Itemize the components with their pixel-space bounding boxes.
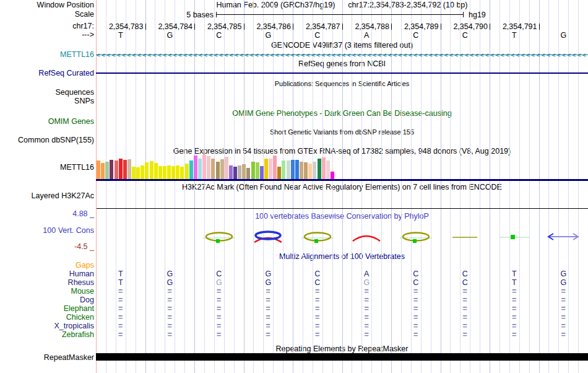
alignment-base-cell[interactable]: = [145,314,195,322]
ruler-coordinate[interactable]: 2,354,789 [392,22,439,31]
gtex-expression-bar[interactable] [304,162,308,179]
gtex-expression-bar[interactable] [189,160,193,179]
alignment-base-cell[interactable]: = [96,314,145,322]
alignment-base-cell[interactable]: = [441,296,490,304]
strand-direction-arrow[interactable]: ---> [0,31,94,39]
alignment-base-cell[interactable]: G [244,279,293,287]
alignment-base-cell[interactable]: = [293,296,342,304]
gtex-expression-bar[interactable] [150,161,153,179]
alignment-base-cell[interactable]: G [539,270,588,278]
alignment-base-cell[interactable]: = [539,287,588,296]
gtex-expression-bar[interactable] [277,167,281,179]
gtex-expression-bar[interactable] [145,162,149,179]
gtex-expression-bar[interactable] [246,168,250,179]
alignment-base-cell[interactable]: = [490,287,539,296]
alignment-base-cell[interactable]: = [194,305,244,313]
alignment-base-cell[interactable]: = [244,305,293,313]
alignment-base-cell[interactable]: = [194,314,244,322]
gtex-expression-bar[interactable] [194,156,197,179]
gtex-expression-bar[interactable] [180,167,184,179]
gtex-expression-bar[interactable] [176,165,179,179]
alignment-base-cell[interactable]: = [293,305,342,313]
ruler-coordinate[interactable]: 2,354,785 [196,22,242,31]
gtex-expression-bar[interactable] [313,162,316,179]
ruler-coordinate[interactable]: 2,354,784 [146,22,192,31]
alignment-base-cell[interactable]: = [391,331,441,339]
ruler-base-letter[interactable]: G [539,31,588,40]
alignment-base-cell[interactable]: = [342,314,392,322]
alignment-species-label[interactable]: Mouse [0,287,94,296]
conservation-glyph-blue-red[interactable] [251,230,285,245]
alignment-base-cell[interactable]: = [244,287,293,296]
alignment-base-cell[interactable]: = [441,331,490,339]
alignment-base-cell[interactable]: G [244,270,293,278]
ruler-coordinate[interactable]: 2,354,791 [491,22,537,31]
alignment-base-cell[interactable]: = [293,287,342,296]
alignment-base-cell[interactable]: C [441,279,490,287]
gtex-expression-bar[interactable] [171,166,175,179]
gtex-expression-bar[interactable] [202,155,206,179]
alignment-base-cell[interactable]: = [244,322,293,330]
ruler-base-letter[interactable]: C [293,31,342,40]
publications-sequences-label[interactable]: Sequences [0,89,94,97]
alignment-base-cell[interactable]: C [391,270,441,278]
conservation-glyph-olive-ellipse[interactable] [202,230,236,245]
alignment-base-cell[interactable]: = [342,322,392,330]
ruler-base-letter[interactable]: G [145,31,195,40]
repeatmasker-bar[interactable] [96,353,588,361]
alignment-base-cell[interactable]: = [293,331,342,339]
ruler-coordinate[interactable]: 2,354,783 [97,22,144,31]
alignment-base-cell[interactable]: G [145,279,195,287]
alignment-base-cell[interactable]: T [490,270,539,278]
ruler-base-letter[interactable]: C [441,31,490,40]
gtex-expression-bar[interactable] [141,165,144,179]
gtex-expression-bar[interactable] [287,160,290,179]
gtex-expression-bar[interactable] [198,159,202,179]
alignment-base-cell[interactable]: = [539,322,588,330]
gtex-expression-bar[interactable] [220,159,224,179]
alignment-base-cell[interactable]: = [145,287,195,296]
alignment-base-cell[interactable]: = [441,287,490,296]
gtex-expression-bar[interactable] [211,159,215,179]
alignment-base-cell[interactable]: = [391,305,441,313]
alignment-base-cell[interactable]: = [145,296,195,304]
alignment-base-cell[interactable]: = [194,331,244,339]
alignment-base-cell[interactable]: = [145,322,195,330]
gtex-expression-bar[interactable] [132,167,136,179]
refseq-gene-line[interactable] [96,72,588,74]
alignment-base-cell[interactable]: = [96,296,145,304]
alignment-base-cell[interactable]: C [293,279,342,287]
alignment-species-label[interactable]: Dog [0,296,94,304]
conservation-label[interactable]: 100 Vert. Cons [0,227,94,235]
alignment-species-label[interactable]: Chicken [0,314,94,322]
alignment-base-cell[interactable]: = [194,287,244,296]
alignment-base-cell[interactable]: = [539,314,588,322]
gtex-expression-bar[interactable] [251,162,255,179]
gtex-expression-bar[interactable] [233,167,237,179]
gtex-gene-label[interactable]: METTL16 [0,164,94,172]
alignment-base-cell[interactable]: T [96,279,145,287]
gtex-expression-bar[interactable] [105,162,109,179]
gtex-expression-bar[interactable] [207,156,210,179]
gtex-expression-bar[interactable] [331,172,334,179]
alignment-base-cell[interactable]: = [441,314,490,322]
ruler-coordinate[interactable]: 2,354,786 [244,22,291,31]
alignment-base-cell[interactable]: = [194,322,244,330]
gtex-expression-bar[interactable] [225,157,228,179]
gtex-expression-bar[interactable] [154,163,158,179]
alignment-base-cell[interactable]: = [539,331,588,339]
alignment-base-cell[interactable]: A [342,270,392,278]
alignment-species-label[interactable]: Rhesus [0,279,94,287]
h3k27ac-zero-line[interactable] [97,208,588,209]
alignment-base-cell[interactable]: G [145,270,195,278]
alignment-base-cell[interactable]: = [391,296,441,304]
gtex-expression-bar[interactable] [97,160,100,179]
gtex-expression-bar[interactable] [318,159,321,179]
gtex-expression-bar[interactable] [260,166,264,179]
gencode-gene-label[interactable]: METTL16 [0,51,94,59]
gtex-expression-bar[interactable] [101,163,105,179]
publications-snps-label[interactable]: SNPs [0,97,94,105]
alignment-base-cell[interactable]: G [194,279,244,287]
ruler-base-letter[interactable]: T [96,31,145,40]
alignment-base-cell[interactable]: = [244,314,293,322]
